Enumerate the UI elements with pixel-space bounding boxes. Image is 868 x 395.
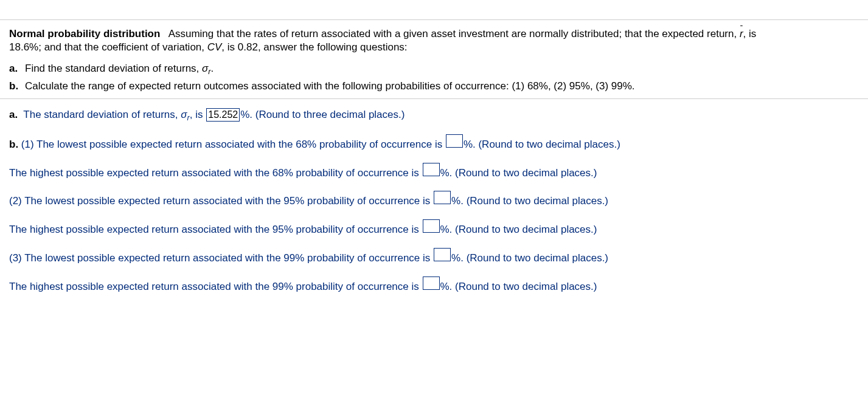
question-a-text-pre: Find the standard deviation of returns, [25, 63, 202, 74]
b1-high-text: The highest possible expected return ass… [9, 167, 422, 179]
answer-b2-low-row: (2) The lowest possible expected return … [9, 191, 859, 208]
b2-high-input[interactable] [423, 219, 440, 233]
b3-high-suffix: %. [440, 281, 456, 292]
cv-symbol: CV [207, 41, 222, 53]
hint-2dp-2: (Round to two decimal places.) [455, 167, 597, 179]
hint-2dp-6: (Round to two decimal places.) [455, 281, 597, 292]
answer-a-row: a. The standard deviation of returns, σr… [9, 108, 859, 123]
b1-low-suffix: %. [464, 139, 479, 150]
hint-2dp-5: (Round to two decimal places.) [467, 252, 608, 264]
answer-a-label: a. [9, 109, 18, 120]
b1-low-input[interactable] [446, 134, 463, 148]
b2-low-input[interactable] [434, 191, 451, 204]
sigma-r-symbol-ans: σr [181, 109, 190, 120]
hint-2dp-4: (Round to two decimal places.) [455, 224, 597, 235]
intro-text-1b: , is [743, 28, 757, 40]
answer-a-post: %. [240, 109, 255, 120]
b2-low-text: (2) The lowest possible expected return … [9, 195, 433, 207]
r-bar-symbol: r [740, 27, 743, 41]
answer-a-input[interactable]: 15.252 [206, 108, 240, 122]
question-a-text-post: . [211, 63, 214, 74]
answer-b3-low-row: (3) The lowest possible expected return … [9, 248, 859, 266]
b2-low-suffix: %. [451, 195, 467, 207]
question-a: a. Find the standard deviation of return… [9, 63, 859, 76]
question-a-label: a. [9, 63, 20, 75]
question-b-text: Calculate the range of expected return o… [25, 80, 635, 92]
intro-text-1a: Assuming that the rates of return associ… [168, 28, 740, 40]
sigma-r-symbol: σr [202, 63, 211, 74]
question-b-label: b. [9, 80, 20, 92]
b1-high-input[interactable] [423, 163, 440, 176]
b3-high-text: The highest possible expected return ass… [9, 281, 422, 292]
b3-low-text: (3) The lowest possible expected return … [9, 252, 433, 264]
answer-b1-high-row: The highest possible expected return ass… [9, 163, 859, 180]
intro-text-2b: , is 0.82, answer the following question… [221, 41, 407, 53]
b1-high-suffix: %. [440, 167, 456, 179]
problem-intro: Normal probability distribution Assuming… [9, 27, 859, 54]
answer-a-mid: , is [190, 109, 206, 120]
question-b: b. Calculate the range of expected retur… [9, 80, 859, 92]
b1-low-text: (1) The lowest possible expected return … [18, 139, 445, 150]
b2-high-suffix: %. [440, 224, 456, 235]
b2-high-text: The highest possible expected return ass… [9, 224, 422, 235]
topic-label: Normal probability distribution [9, 28, 160, 40]
b3-high-input[interactable] [423, 276, 440, 290]
answer-b3-high-row: The highest possible expected return ass… [9, 276, 859, 294]
b3-low-input[interactable] [434, 248, 451, 261]
answer-b-label: b. [9, 139, 18, 150]
b3-low-suffix: %. [451, 252, 467, 264]
hint-2dp-1: (Round to two decimal places.) [478, 139, 620, 150]
intro-text-2: 18.6%; and that the coefficient of varia… [9, 41, 207, 53]
answer-b2-high-row: The highest possible expected return ass… [9, 219, 859, 237]
hint-2dp-3: (Round to two decimal places.) [467, 195, 608, 207]
answer-b1-low-row: b. (1) The lowest possible expected retu… [9, 134, 859, 152]
hint-3dp: (Round to three decimal places.) [255, 109, 405, 120]
answer-a-pre: The standard deviation of returns, [23, 109, 181, 120]
